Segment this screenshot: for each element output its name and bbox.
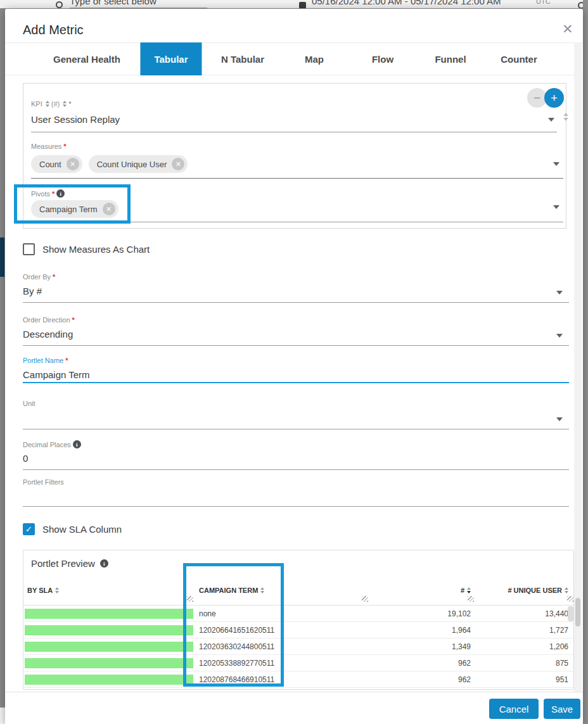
timezone-label: UTC [536,0,551,8]
measure-chip: Count ✕ [31,155,82,173]
order-direction-value: Descending [23,329,73,340]
decimal-places-field[interactable]: Decimal Places i 0 [23,440,569,470]
background-left-edge [0,8,4,708]
measures-label: Measures* [31,143,67,150]
tab-map[interactable]: Map [305,42,324,75]
portlet-preview-title: Portlet Preview i [31,558,108,569]
chevron-down-icon[interactable] [548,118,554,122]
sort-icon[interactable] [565,587,568,594]
portlet-name-input[interactable]: Campaign Term [23,369,90,380]
tab-flow[interactable]: Flow [372,42,393,75]
unit-label: Unit [23,400,35,407]
tab-funnel[interactable]: Funnel [435,42,466,75]
cancel-button[interactable]: Cancel [489,699,539,719]
tab-counter[interactable]: Counter [501,42,537,75]
sla-cell [23,625,196,635]
info-glyph: i [103,561,105,567]
info-glyph: i [76,441,78,448]
modal-scrollbar-thumb[interactable] [575,598,580,626]
unique-cell: 875 [476,659,573,668]
order-by-field[interactable]: Order By* By # [23,273,569,303]
show-sla-column-row: ✓ Show SLA Column [23,523,122,535]
count-cell: 962 [370,675,476,684]
order-direction-label: Order Direction* [23,316,75,324]
unique-cell: 951 [476,675,573,684]
sla-bar [25,625,193,635]
order-direction-field[interactable]: Order Direction* Descending [23,316,569,346]
background-select-field: Type or select below [70,0,207,8]
column-resize-handle[interactable] [187,596,193,602]
remove-chip-icon[interactable]: ✕ [103,203,115,215]
save-button[interactable]: Save [544,699,580,719]
column-resize-handle[interactable] [362,596,368,602]
sort-icon[interactable] [260,587,264,594]
calendar-icon [299,2,306,8]
tab-tabular[interactable]: Tabular [140,42,201,75]
chip-label: Campaign Term [39,205,98,214]
column-resize-handle[interactable] [567,596,573,602]
sla-cell [23,675,196,685]
remove-chip-icon[interactable]: ✕ [67,158,79,170]
kpi-group: KPI (#) * User Session Replay Measures* … [23,83,566,229]
add-kpi-button[interactable]: + [544,88,564,108]
unique-cell: 13,440 [476,609,573,618]
info-icon[interactable]: i [73,440,81,448]
sort-icon[interactable] [63,101,67,107]
kpi-select-value[interactable]: User Session Replay [31,114,120,125]
sort-icon[interactable] [55,587,59,594]
measures-label-text: Measures [31,143,61,150]
chevron-down-icon[interactable] [556,334,563,338]
column-header-unique-user[interactable]: # UNIQUE USER [476,587,573,594]
field-underline [31,178,563,179]
pivots-label: Pivots* i [31,189,65,198]
tab-n-tabular[interactable]: N Tabular [221,42,264,75]
order-by-value: By # [23,286,42,296]
term-cell: 120206641651620511 [196,626,370,635]
search-icon [56,1,63,8]
info-icon[interactable]: i [100,559,108,568]
modal-scrollbar-track[interactable] [574,42,582,692]
checkbox-label: Show SLA Column [42,524,122,535]
decimal-places-input[interactable]: 0 [23,453,28,464]
preview-table-header: BY SLA CAMPAIGN TERM # # UNIQUE USER [23,576,573,606]
preview-table-body: none 19,102 13,440 120206641651620511 1,… [23,606,573,688]
column-header-campaign-term[interactable]: CAMPAIGN TERM [196,587,370,594]
chevron-down-icon[interactable] [556,417,563,421]
column-resize-handle[interactable] [468,596,474,602]
count-cell: 962 [370,659,476,668]
portlet-filters-label: Portlet Filters [23,478,64,486]
checkbox-checked[interactable]: ✓ [23,523,35,535]
unit-field[interactable]: Unit [23,400,569,429]
chevron-down-icon[interactable] [553,162,559,166]
sort-icon[interactable] [46,101,49,107]
table-row: 120208768466910511 962 951 [23,671,573,688]
close-icon[interactable]: ✕ [562,22,573,37]
checkbox-unchecked[interactable] [23,243,35,255]
chevron-down-icon[interactable] [553,205,559,209]
kpi-label-hash: (#) [51,100,60,108]
info-glyph: i [60,191,61,197]
order-by-label: Order By* [23,273,55,281]
table-scrollbar-thumb[interactable] [568,606,573,621]
portlet-name-field[interactable]: Portlet Name* Campaign Term [23,357,569,383]
column-header-count[interactable]: # [370,587,476,594]
pivots-label-text: Pivots [31,190,50,198]
screen: Type or select below 05/16/2024 12:00 AM… [0,0,588,724]
required-asterisk: * [63,143,66,150]
remove-chip-icon[interactable]: ✕ [172,158,184,170]
portlet-filters-field[interactable]: Portlet Filters [23,478,569,507]
info-icon[interactable]: i [56,189,65,198]
tab-general-health[interactable]: General Health [53,42,120,75]
measure-chip: Count Unique User ✕ [89,155,188,173]
stepper-icon[interactable] [563,113,568,121]
count-cell: 1,349 [370,642,476,651]
column-header-by-sla[interactable]: BY SLA [23,587,196,594]
dialog-title: Add Metric [23,23,84,37]
sort-desc-icon[interactable] [467,587,471,594]
term-cell: none [196,609,370,618]
table-row: 120206641651620511 1,964 1,727 [23,622,573,638]
pivots-chips: Campaign Term ✕ [31,200,118,218]
chevron-down-icon[interactable] [556,291,563,295]
term-cell: 120203630244800511 [196,642,370,651]
sla-bar [25,658,193,668]
